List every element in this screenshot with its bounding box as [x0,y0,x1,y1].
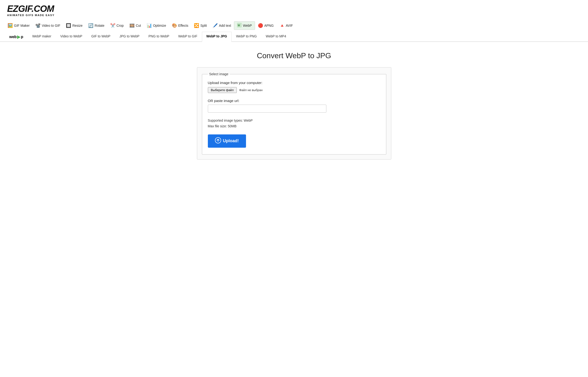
tab-webp-to-png[interactable]: WebP to PNG [232,32,261,42]
nav-label-crop: Crop [117,24,124,27]
add-text-icon: 🖊️ [213,23,218,28]
nav-label-apng: APNG [264,24,274,27]
nav-item-cut[interactable]: 🎞️ Cut [126,22,144,29]
nav-item-crop[interactable]: ✂️ Crop [107,22,126,29]
or-paste-label: OR paste image url: [208,99,380,103]
fieldset-legend: Select image [208,72,230,76]
tab-webp-to-mp4[interactable]: WebP to MP4 [261,32,290,42]
nav-item-split[interactable]: 🔀 Split [191,22,210,29]
nav-item-gif-maker[interactable]: 🖼️ GIF Maker [5,22,32,29]
upload-from-computer-label: Upload image from your computer: [208,81,380,85]
nav-label-resize: Resize [72,24,82,27]
nav-label-video-to-gif: Video to GIF [42,24,60,27]
tab-jpg-to-webp[interactable]: JPG to WebP [115,32,144,42]
subnav-webp-logo[interactable]: web▶p [5,32,28,42]
optimize-icon: 📊 [147,23,152,28]
avif-icon: 🔺 [279,23,285,28]
nav-label-gif-maker: GIF Maker [14,24,30,27]
nav-bar: 🖼️ GIF Maker 📽️ Video to GIF 🔲 Resize 🔄 … [0,19,588,30]
nav-item-apng[interactable]: 🔴 APNG [255,22,276,29]
effects-icon: 🎨 [172,23,177,28]
nav-item-video-to-gif[interactable]: 📽️ Video to GIF [32,22,63,29]
main-content: Convert WebP to JPG Select image Upload … [0,42,588,169]
nav-label-rotate: Rotate [95,24,104,27]
no-file-selected-text: Файл не выбран [239,88,263,92]
max-file-size-text: Max file size: 50MB [208,124,380,129]
file-input-row: Выберите файл Файл не выбран [208,87,380,93]
form-card: Select image Upload image from your comp… [197,67,391,160]
nav-label-cut: Cut [136,24,141,27]
nav-label-avif: AVIF [286,24,293,27]
nav-item-webp[interactable]: W WebP [234,21,255,30]
resize-icon: 🔲 [66,23,71,28]
nav-label-webp: WebP [243,24,252,27]
header: EZGIF.COM ANIMATED GIFS MADE EASY [0,0,588,19]
logo-tagline: ANIMATED GIFS MADE EASY [7,14,581,17]
logo-title: EZGIF.COM [7,4,581,13]
cut-icon: 🎞️ [129,23,135,28]
upload-button[interactable]: Upload! [208,134,246,148]
nav-item-rotate[interactable]: 🔄 Rotate [85,22,107,29]
tab-webp-maker[interactable]: WebP maker [28,32,56,42]
tab-png-to-webp[interactable]: PNG to WebP [144,32,174,42]
crop-icon: ✂️ [110,23,115,28]
rotate-icon: 🔄 [88,23,93,28]
svg-text:W: W [238,24,240,27]
tab-gif-to-webp[interactable]: GIF to WebP [87,32,115,42]
nav-label-add-text: Add text [219,24,231,27]
gif-maker-icon: 🖼️ [8,23,13,28]
tab-video-to-webp[interactable]: Video to WebP [56,32,87,42]
page-title: Convert WebP to JPG [257,51,331,60]
apng-icon: 🔴 [258,23,263,28]
webp-icon: W [237,23,242,28]
supported-types-text: Supported image types: WebP [208,118,380,124]
nav-item-avif[interactable]: 🔺 AVIF [276,22,296,29]
supported-info: Supported image types: WebP Max file siz… [208,118,380,129]
subnav: web▶p WebP maker Video to WebP GIF to We… [0,32,588,42]
video-to-gif-icon: 📽️ [35,23,40,28]
nav-label-optimize: Optimize [153,24,166,27]
select-image-fieldset: Select image Upload image from your comp… [202,72,386,154]
url-input[interactable] [208,105,326,113]
upload-button-label: Upload! [223,139,239,143]
split-icon: 🔀 [194,23,199,28]
tab-webp-to-jpg[interactable]: WebP to JPG [202,32,232,42]
upload-icon [215,137,221,145]
nav-item-effects[interactable]: 🎨 Effects [169,22,191,29]
nav-label-split: Split [200,24,207,27]
nav-item-resize[interactable]: 🔲 Resize [63,22,85,29]
nav-item-optimize[interactable]: 📊 Optimize [144,22,169,29]
nav-item-add-text[interactable]: 🖊️ Add text [210,22,234,29]
tab-webp-to-gif[interactable]: WebP to GIF [174,32,202,42]
nav-label-effects: Effects [178,24,188,27]
choose-file-button[interactable]: Выберите файл [208,87,237,93]
